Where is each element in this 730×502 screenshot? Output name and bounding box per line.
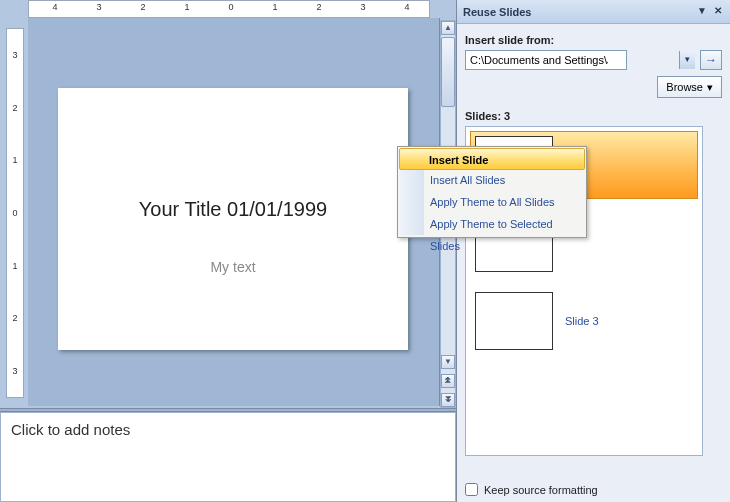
browse-button[interactable]: Browse ▾ <box>657 76 722 98</box>
prev-slide-button[interactable]: ⯭ <box>441 374 455 388</box>
ruler-mark: 0 <box>12 208 17 218</box>
ruler-mark: 2 <box>316 2 321 12</box>
close-icon[interactable]: ✕ <box>710 4 726 20</box>
keep-formatting-label: Keep source formatting <box>484 484 598 496</box>
path-combo[interactable]: ▾ <box>465 50 696 70</box>
vertical-ruler: 3 2 1 0 1 2 3 <box>6 28 24 398</box>
scroll-thumb[interactable] <box>441 37 455 107</box>
notes-pane[interactable]: Click to add notes <box>0 412 456 502</box>
ruler-mark: 1 <box>12 155 17 165</box>
notes-placeholder: Click to add notes <box>11 421 130 438</box>
slide-thumbnail <box>475 292 553 350</box>
ruler-mark: 3 <box>360 2 365 12</box>
reuse-slide-item[interactable]: Slide 3 <box>470 287 698 355</box>
menu-item-apply-theme-all[interactable]: Apply Theme to All Slides <box>400 191 584 213</box>
reuse-slides-pane: Reuse Slides ▼ ✕ Insert slide from: ▾ → … <box>456 0 730 502</box>
ruler-mark: 0 <box>228 2 233 12</box>
ruler-mark: 1 <box>272 2 277 12</box>
slide-item-label: Slide 3 <box>565 315 599 327</box>
ruler-mark: 4 <box>52 2 57 12</box>
browse-label: Browse <box>666 81 703 93</box>
slide-canvas[interactable]: Your Title 01/01/1999 My text <box>58 88 408 350</box>
ruler-mark: 3 <box>12 50 17 60</box>
keep-formatting-checkbox[interactable] <box>465 483 478 496</box>
menu-item-apply-theme-selected[interactable]: Apply Theme to Selected Slides <box>400 213 584 235</box>
scroll-down-button[interactable]: ▼ <box>441 355 455 369</box>
context-menu: Insert Slide Insert All Slides Apply The… <box>397 146 587 238</box>
go-button[interactable]: → <box>700 50 722 70</box>
ruler-mark: 4 <box>404 2 409 12</box>
task-pane-menu-icon[interactable]: ▼ <box>694 4 710 20</box>
keep-formatting-row[interactable]: Keep source formatting <box>465 483 598 496</box>
ruler-mark: 1 <box>184 2 189 12</box>
ruler-mark: 3 <box>96 2 101 12</box>
scroll-up-button[interactable]: ▲ <box>441 21 455 35</box>
ruler-mark: 1 <box>12 261 17 271</box>
slides-count-label: Slides: 3 <box>465 110 722 122</box>
slide-body-text[interactable]: My text <box>210 259 255 275</box>
ruler-mark: 2 <box>140 2 145 12</box>
menu-item-label: Insert All Slides <box>430 174 505 186</box>
ruler-mark: 2 <box>12 103 17 113</box>
slide-edit-area[interactable]: Your Title 01/01/1999 My text <box>28 18 440 406</box>
task-pane-title: Reuse Slides <box>461 6 694 18</box>
next-slide-button[interactable]: ⯯ <box>441 393 455 407</box>
ruler-mark: 2 <box>12 313 17 323</box>
horizontal-ruler: 4 3 2 1 0 1 2 3 4 <box>28 0 430 18</box>
menu-item-label: Apply Theme to All Slides <box>430 196 555 208</box>
menu-item-label: Insert Slide <box>429 154 488 166</box>
menu-item-insert-slide[interactable]: Insert Slide <box>399 148 585 170</box>
ruler-mark: 3 <box>12 366 17 376</box>
chevron-down-icon: ▾ <box>707 81 713 94</box>
task-pane-header: Reuse Slides ▼ ✕ <box>457 0 730 24</box>
arrow-right-icon: → <box>705 53 717 67</box>
slide-title-text[interactable]: Your Title 01/01/1999 <box>139 198 327 221</box>
menu-item-insert-all-slides[interactable]: Insert All Slides <box>400 169 584 191</box>
chevron-down-icon[interactable]: ▾ <box>679 51 695 69</box>
path-input[interactable] <box>465 50 627 70</box>
insert-from-label: Insert slide from: <box>465 34 722 46</box>
